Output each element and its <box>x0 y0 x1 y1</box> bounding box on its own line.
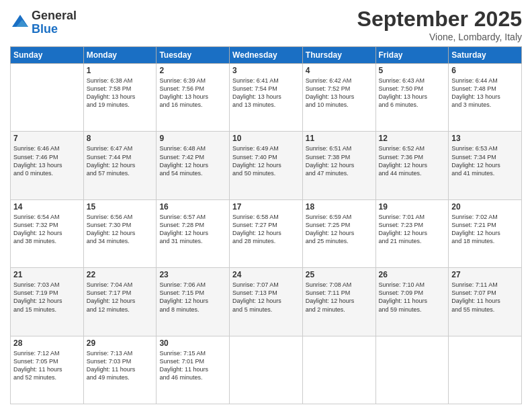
cell-info: Sunrise: 6:41 AMSunset: 7:54 PMDaylight:… <box>232 77 300 109</box>
calendar-cell: 14Sunrise: 6:54 AMSunset: 7:32 PMDayligh… <box>11 199 84 267</box>
day-number: 7 <box>13 134 81 143</box>
cell-info: Sunrise: 7:01 AMSunset: 7:23 PMDaylight:… <box>379 213 446 246</box>
day-number: 15 <box>87 202 154 212</box>
cell-info: Sunrise: 6:56 AMSunset: 7:30 PMDaylight:… <box>87 213 154 246</box>
location: Vione, Lombardy, Italy <box>357 32 522 42</box>
cell-info: Sunrise: 7:12 AMSunset: 7:05 PMDaylight:… <box>13 349 81 382</box>
calendar-cell: 27Sunrise: 7:11 AMSunset: 7:07 PMDayligh… <box>449 268 522 336</box>
day-number: 17 <box>232 202 300 212</box>
day-number: 2 <box>159 66 226 75</box>
cell-info: Sunrise: 6:42 AMSunset: 7:52 PMDaylight:… <box>306 77 373 109</box>
calendar-cell: 16Sunrise: 6:57 AMSunset: 7:28 PMDayligh… <box>157 199 230 267</box>
cell-info: Sunrise: 7:10 AMSunset: 7:09 PMDaylight:… <box>379 281 446 314</box>
day-number: 9 <box>159 134 226 143</box>
calendar-cell: 21Sunrise: 7:03 AMSunset: 7:19 PMDayligh… <box>11 268 84 336</box>
cell-info: Sunrise: 6:57 AMSunset: 7:28 PMDaylight:… <box>159 213 226 246</box>
col-header-tuesday: Tuesday <box>157 47 230 64</box>
day-number: 26 <box>379 270 446 279</box>
calendar-cell: 9Sunrise: 6:48 AMSunset: 7:42 PMDaylight… <box>157 132 230 199</box>
calendar-cell: 15Sunrise: 6:56 AMSunset: 7:30 PMDayligh… <box>83 199 157 267</box>
calendar-cell: 8Sunrise: 6:47 AMSunset: 7:44 PMDaylight… <box>83 132 157 199</box>
cell-info: Sunrise: 6:59 AMSunset: 7:25 PMDaylight:… <box>306 213 373 246</box>
calendar-cell: 10Sunrise: 6:49 AMSunset: 7:40 PMDayligh… <box>230 132 303 199</box>
calendar-cell: 17Sunrise: 6:58 AMSunset: 7:27 PMDayligh… <box>230 199 303 267</box>
calendar-cell <box>302 336 375 404</box>
cell-info: Sunrise: 6:46 AMSunset: 7:46 PMDaylight:… <box>13 144 81 177</box>
day-number: 5 <box>379 66 446 75</box>
day-number: 23 <box>159 270 226 279</box>
calendar-cell: 3Sunrise: 6:41 AMSunset: 7:54 PMDaylight… <box>230 64 303 132</box>
calendar-cell: 19Sunrise: 7:01 AMSunset: 7:23 PMDayligh… <box>375 199 449 267</box>
cell-info: Sunrise: 6:38 AMSunset: 7:58 PMDaylight:… <box>87 77 154 109</box>
calendar-cell: 24Sunrise: 7:07 AMSunset: 7:13 PMDayligh… <box>230 268 303 336</box>
day-number: 13 <box>451 134 519 143</box>
calendar-cell <box>230 336 303 404</box>
page: General Blue September 2025 Vione, Lomba… <box>0 0 532 411</box>
cell-info: Sunrise: 7:15 AMSunset: 7:01 PMDaylight:… <box>159 349 226 382</box>
calendar-cell: 18Sunrise: 6:59 AMSunset: 7:25 PMDayligh… <box>302 199 375 267</box>
calendar-cell: 12Sunrise: 6:52 AMSunset: 7:36 PMDayligh… <box>375 132 449 199</box>
day-number: 24 <box>232 270 300 279</box>
calendar-cell: 22Sunrise: 7:04 AMSunset: 7:17 PMDayligh… <box>83 268 157 336</box>
calendar-cell: 2Sunrise: 6:39 AMSunset: 7:56 PMDaylight… <box>157 64 230 132</box>
week-row-1: 1Sunrise: 6:38 AMSunset: 7:58 PMDaylight… <box>11 64 522 132</box>
week-row-5: 28Sunrise: 7:12 AMSunset: 7:05 PMDayligh… <box>11 336 522 404</box>
col-header-wednesday: Wednesday <box>230 47 303 64</box>
day-number: 20 <box>451 202 519 212</box>
logo-general-text: General <box>32 9 77 23</box>
cell-info: Sunrise: 6:39 AMSunset: 7:56 PMDaylight:… <box>159 77 226 109</box>
col-header-friday: Friday <box>375 47 449 64</box>
day-number: 25 <box>306 270 373 279</box>
day-number: 16 <box>159 202 226 212</box>
day-number: 1 <box>87 66 154 75</box>
day-number: 4 <box>306 66 373 75</box>
col-header-saturday: Saturday <box>449 47 522 64</box>
calendar-cell: 11Sunrise: 6:51 AMSunset: 7:38 PMDayligh… <box>302 132 375 199</box>
cell-info: Sunrise: 7:08 AMSunset: 7:11 PMDaylight:… <box>306 281 373 314</box>
calendar-cell: 25Sunrise: 7:08 AMSunset: 7:11 PMDayligh… <box>302 268 375 336</box>
cell-info: Sunrise: 6:48 AMSunset: 7:42 PMDaylight:… <box>159 144 226 177</box>
calendar-cell: 6Sunrise: 6:44 AMSunset: 7:48 PMDaylight… <box>449 64 522 132</box>
cell-info: Sunrise: 6:54 AMSunset: 7:32 PMDaylight:… <box>13 213 81 246</box>
month-title: September 2025 <box>357 7 522 32</box>
cell-info: Sunrise: 6:52 AMSunset: 7:36 PMDaylight:… <box>379 144 446 177</box>
cell-info: Sunrise: 7:03 AMSunset: 7:19 PMDaylight:… <box>13 281 81 314</box>
calendar-cell: 13Sunrise: 6:53 AMSunset: 7:34 PMDayligh… <box>449 132 522 199</box>
day-number: 6 <box>451 66 519 75</box>
calendar-cell: 29Sunrise: 7:13 AMSunset: 7:03 PMDayligh… <box>83 336 157 404</box>
calendar-cell: 23Sunrise: 7:06 AMSunset: 7:15 PMDayligh… <box>157 268 230 336</box>
calendar-cell <box>11 64 84 132</box>
col-header-sunday: Sunday <box>11 47 84 64</box>
calendar-cell: 28Sunrise: 7:12 AMSunset: 7:05 PMDayligh… <box>11 336 84 404</box>
calendar-cell: 1Sunrise: 6:38 AMSunset: 7:58 PMDaylight… <box>83 64 157 132</box>
col-header-monday: Monday <box>83 47 157 64</box>
calendar-cell <box>449 336 522 404</box>
week-row-4: 21Sunrise: 7:03 AMSunset: 7:19 PMDayligh… <box>11 268 522 336</box>
cell-info: Sunrise: 7:13 AMSunset: 7:03 PMDaylight:… <box>87 349 154 382</box>
calendar-cell: 26Sunrise: 7:10 AMSunset: 7:09 PMDayligh… <box>375 268 449 336</box>
cell-info: Sunrise: 7:07 AMSunset: 7:13 PMDaylight:… <box>232 281 300 314</box>
cell-info: Sunrise: 6:47 AMSunset: 7:44 PMDaylight:… <box>87 144 154 177</box>
calendar-cell: 30Sunrise: 7:15 AMSunset: 7:01 PMDayligh… <box>157 336 230 404</box>
logo-blue-text: Blue <box>32 23 77 36</box>
cell-info: Sunrise: 6:43 AMSunset: 7:50 PMDaylight:… <box>379 77 446 109</box>
cell-info: Sunrise: 7:02 AMSunset: 7:21 PMDaylight:… <box>451 213 519 246</box>
col-header-thursday: Thursday <box>302 47 375 64</box>
day-number: 18 <box>306 202 373 212</box>
day-number: 12 <box>379 134 446 143</box>
logo: General Blue <box>10 9 77 36</box>
day-number: 8 <box>87 134 154 143</box>
day-number: 27 <box>451 270 519 279</box>
calendar-cell: 20Sunrise: 7:02 AMSunset: 7:21 PMDayligh… <box>449 199 522 267</box>
cell-info: Sunrise: 6:51 AMSunset: 7:38 PMDaylight:… <box>306 144 373 177</box>
day-number: 28 <box>13 338 81 348</box>
day-number: 14 <box>13 202 81 212</box>
cell-info: Sunrise: 6:53 AMSunset: 7:34 PMDaylight:… <box>451 144 519 177</box>
title-area: September 2025 Vione, Lombardy, Italy <box>357 7 522 42</box>
day-number: 19 <box>379 202 446 212</box>
day-number: 3 <box>232 66 300 75</box>
week-row-3: 14Sunrise: 6:54 AMSunset: 7:32 PMDayligh… <box>11 199 522 267</box>
calendar: SundayMondayTuesdayWednesdayThursdayFrid… <box>10 46 522 404</box>
cell-info: Sunrise: 7:04 AMSunset: 7:17 PMDaylight:… <box>87 281 154 314</box>
day-number: 10 <box>232 134 300 143</box>
